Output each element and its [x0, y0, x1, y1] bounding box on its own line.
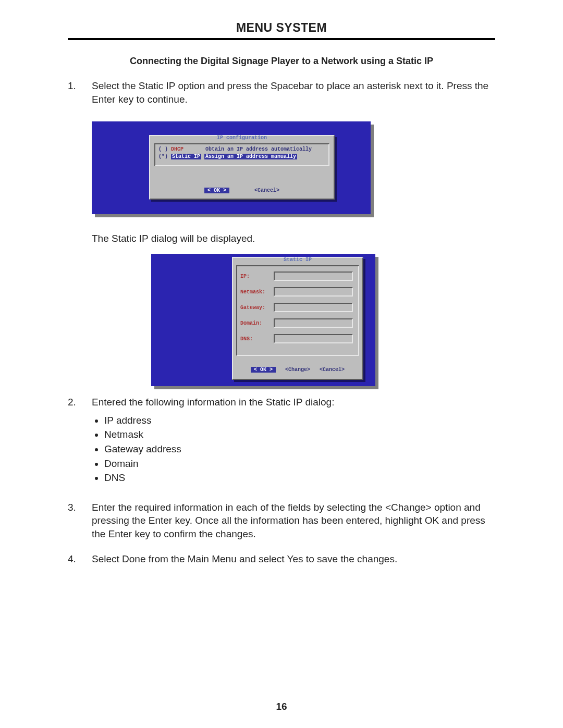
- document-page: MENU SYSTEM Connecting the Digital Signa…: [0, 0, 563, 728]
- label-gateway: Gateway:: [240, 305, 265, 311]
- input-gateway[interactable]: [274, 303, 353, 312]
- step-1: 1. Select the Static IP option and press…: [68, 79, 495, 106]
- option-desc: Obtain an IP address automatically: [205, 146, 312, 152]
- dialog-buttons: < OK > <Cancel>: [150, 188, 334, 193]
- page-number: 16: [0, 701, 563, 712]
- header-rule: [68, 38, 495, 40]
- dialog-options-box: ( ) DHCP Obtain an IP address automatica…: [154, 143, 329, 166]
- step-text: Select Done from the Main Menu and selec…: [92, 552, 495, 566]
- step-text: Entered the following information in the…: [92, 397, 334, 408]
- label-netmask: Netmask:: [240, 289, 265, 295]
- ok-button[interactable]: < OK >: [204, 188, 229, 193]
- step-number: 3.: [68, 501, 92, 541]
- option-label: DHCP: [171, 146, 183, 152]
- screenshot-static-ip: Static IP IP: Netmask: Gateway: Domain: …: [151, 254, 375, 386]
- field-bullet-list: IP address Netmask Gateway address Domai…: [104, 413, 495, 485]
- radio-marker: (*): [158, 154, 168, 159]
- dialog-title: IP configuration: [150, 135, 334, 141]
- option-label-selected: Static IP: [171, 154, 201, 159]
- bullet-ip: IP address: [104, 413, 495, 428]
- ok-button[interactable]: < OK >: [251, 367, 276, 373]
- bullet-netmask: Netmask: [104, 427, 495, 442]
- label-dns: DNS:: [240, 336, 253, 342]
- step-number: 4.: [68, 552, 92, 566]
- step-4: 4. Select Done from the Main Menu and se…: [68, 552, 495, 566]
- label-domain: Domain:: [240, 320, 262, 326]
- dialog-title: Static IP: [233, 257, 362, 263]
- bullet-dns: DNS: [104, 471, 495, 485]
- step-text: Select the Static IP option and press th…: [92, 79, 495, 106]
- option-desc-selected: Assign an IP address manually: [204, 154, 297, 159]
- page-header: MENU SYSTEM: [68, 21, 495, 35]
- screenshot-ip-config: IP configuration ( ) DHCP Obtain an IP a…: [92, 121, 371, 214]
- bullet-domain: Domain: [104, 456, 495, 471]
- figure-caption: The Static IP dialog will be displayed.: [92, 233, 495, 244]
- input-ip[interactable]: [274, 272, 353, 281]
- input-dns[interactable]: [274, 334, 353, 343]
- dialog-window: IP configuration ( ) DHCP Obtain an IP a…: [149, 135, 335, 200]
- dialog-fields-box: IP: Netmask: Gateway: Domain: DNS:: [236, 265, 359, 356]
- label-ip: IP:: [240, 274, 250, 279]
- step-text: Enter the required information in each o…: [92, 501, 495, 541]
- step-number: 2.: [68, 396, 92, 485]
- input-netmask[interactable]: [274, 287, 353, 297]
- step-number: 1.: [68, 79, 92, 106]
- cancel-button[interactable]: <Cancel>: [254, 188, 279, 193]
- steps-list: 1. Select the Static IP option and press…: [68, 79, 495, 106]
- section-subheader: Connecting the Digital Signage Player to…: [68, 56, 495, 67]
- step-3: 3. Enter the required information in eac…: [68, 501, 495, 541]
- option-static-ip[interactable]: (*) Static IP Assign an IP address manua…: [158, 153, 325, 161]
- dialog-buttons: < OK > <Change> <Cancel>: [233, 367, 362, 373]
- cancel-button[interactable]: <Cancel>: [320, 367, 345, 373]
- change-button[interactable]: <Change>: [285, 367, 310, 373]
- radio-marker: ( ): [158, 146, 168, 152]
- bullet-gateway: Gateway address: [104, 442, 495, 456]
- dialog-window: Static IP IP: Netmask: Gateway: Domain: …: [232, 257, 363, 380]
- step-2: 2. Entered the following information in …: [68, 396, 495, 485]
- input-domain[interactable]: [274, 318, 353, 328]
- steps-list-continued: 2. Entered the following information in …: [68, 396, 495, 565]
- option-dhcp[interactable]: ( ) DHCP Obtain an IP address automatica…: [158, 146, 325, 153]
